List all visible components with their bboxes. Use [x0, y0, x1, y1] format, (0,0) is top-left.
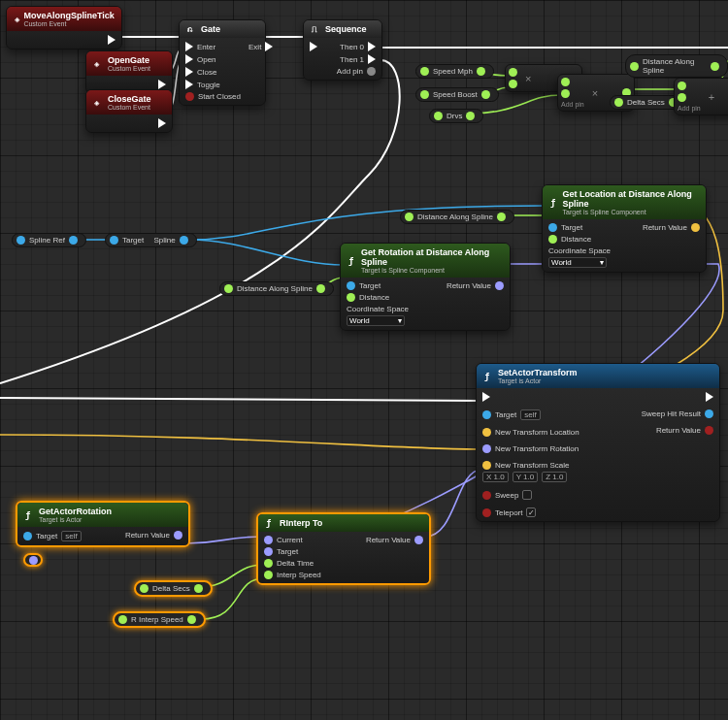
var-distance-along-spline-1[interactable]: Distance Along Spline — [400, 210, 514, 224]
scale-z[interactable]: Z 1.0 — [542, 472, 567, 482]
pin-a[interactable] — [678, 82, 686, 90]
pin-a[interactable] — [509, 68, 517, 77]
var-distance-along-spline-top[interactable]: Distance Along Spline — [625, 54, 728, 78]
pin-b[interactable] — [561, 89, 570, 98]
reroute-node[interactable] — [23, 553, 43, 567]
pin[interactable] — [118, 615, 127, 624]
pin-location[interactable] — [482, 428, 491, 437]
pin[interactable] — [434, 112, 443, 120]
pin-sweep[interactable] — [482, 491, 491, 500]
pin-enter[interactable] — [185, 42, 193, 51]
pin-current[interactable] — [264, 536, 273, 544]
pin[interactable] — [630, 62, 639, 71]
pin[interactable] — [405, 213, 414, 221]
var-spline-ref[interactable]: Spline Ref — [12, 233, 86, 247]
pin[interactable] — [140, 584, 149, 593]
pin-return[interactable] — [414, 536, 423, 544]
pin-return[interactable] — [691, 223, 700, 232]
pin-return[interactable] — [174, 531, 182, 540]
pin-return[interactable] — [705, 426, 713, 435]
pin-return[interactable] — [495, 281, 504, 290]
var-drvs[interactable]: Drvs — [429, 109, 483, 123]
pin-close[interactable] — [185, 67, 193, 77]
exec-out-pin[interactable] — [706, 392, 713, 402]
var-rinterp-speed[interactable]: R Interp Speed — [113, 611, 206, 628]
pin-distance[interactable] — [347, 293, 355, 302]
pin-out[interactable] — [316, 284, 325, 293]
exec-in-pin[interactable] — [310, 42, 317, 51]
pin-toggle[interactable] — [185, 80, 193, 89]
var-speed-mph[interactable]: Speed Mph — [415, 64, 494, 79]
addpin[interactable]: Add pin — [678, 105, 701, 112]
pin-teleport[interactable] — [482, 508, 491, 517]
pin-spline[interactable] — [180, 236, 188, 245]
pin-target[interactable] — [23, 532, 32, 540]
pin-rotation[interactable] — [482, 444, 491, 453]
pin-delta[interactable] — [264, 559, 273, 568]
scale-x[interactable]: X 1.0 — [482, 472, 509, 482]
pin-out[interactable] — [69, 236, 78, 245]
node-set-actor-transform[interactable]: ƒ SetActorTransform Target is Actor Targ… — [476, 363, 720, 522]
pin-out[interactable] — [481, 90, 490, 99]
node-get-actor-rotation[interactable]: ƒ GetActorRotation Target is Actor Targe… — [16, 501, 190, 547]
node-move-along-spline-tick[interactable]: ◈ MoveAlongSplineTick Custom Event — [6, 6, 122, 49]
node-add[interactable]: Add pin + — [674, 78, 728, 115]
pin-b[interactable] — [509, 80, 517, 88]
pin[interactable] — [614, 98, 623, 107]
pin-then1[interactable] — [368, 54, 376, 64]
function-icon: ƒ — [484, 372, 494, 381]
node-sequence[interactable]: ⎍ Sequence Then 0 Then 1 Add pin — [303, 19, 382, 81]
node-open-gate[interactable]: ◈ OpenGate Custom Event — [85, 50, 173, 94]
pin[interactable] — [420, 90, 429, 99]
checkbox-sweep[interactable] — [522, 490, 532, 500]
pin-out[interactable] — [194, 584, 203, 593]
pin-start-closed[interactable] — [185, 92, 194, 101]
pin-add[interactable] — [367, 67, 376, 76]
pin-target[interactable] — [347, 281, 355, 290]
pin[interactable] — [420, 67, 429, 76]
pin-target[interactable] — [110, 236, 118, 245]
pin[interactable] — [29, 556, 38, 565]
dropdown-coord-space[interactable]: World▾ — [347, 315, 405, 326]
node-get-rotation-at-distance[interactable]: ƒ Get Rotation at Distance Along Spline … — [340, 243, 511, 331]
pin-target[interactable] — [264, 547, 273, 556]
pin-out[interactable] — [497, 213, 506, 221]
addpin[interactable]: Add pin — [561, 101, 584, 108]
pin[interactable] — [224, 284, 233, 293]
pin-a[interactable] — [561, 78, 570, 86]
pin-open[interactable] — [185, 54, 193, 64]
node-rinterp-to[interactable]: ƒ RInterp To Current Target Delta Time I… — [256, 512, 431, 585]
pin-out[interactable] — [477, 67, 485, 76]
node-get-location-at-distance[interactable]: ƒ Get Location at Distance Along Spline … — [542, 184, 707, 273]
var-distance-along-spline-2[interactable]: Distance Along Spline — [219, 281, 334, 296]
node-subtitle: Target is Spline Component — [563, 209, 698, 215]
node-close-gate[interactable]: ◈ CloseGate Custom Event — [85, 89, 173, 133]
dropdown-coord-space[interactable]: World▾ — [548, 257, 607, 268]
pin-out[interactable] — [711, 62, 719, 71]
node-target-spline[interactable]: Target Spline — [105, 233, 197, 247]
exec-in-pin[interactable] — [482, 392, 490, 402]
pin[interactable] — [17, 236, 25, 245]
checkbox-teleport[interactable]: ✓ — [526, 507, 536, 517]
pin-exit[interactable] — [265, 42, 273, 51]
pin-target[interactable] — [548, 223, 557, 232]
node-title: RInterp To — [280, 518, 322, 528]
node-header: ◈ OpenGate Custom Event — [86, 51, 172, 76]
exec-out-pin[interactable] — [158, 118, 166, 128]
pin-scale[interactable] — [482, 461, 491, 470]
node-gate[interactable]: ⎌ Gate Enter Open Close Toggle Start Clo… — [179, 19, 266, 106]
label-addpin[interactable]: Add pin — [337, 67, 363, 76]
pin-out[interactable] — [466, 112, 475, 120]
pin-distance[interactable] — [548, 235, 557, 244]
pin-speed[interactable] — [264, 571, 273, 579]
scale-y[interactable]: Y 1.0 — [513, 472, 539, 482]
exec-out-pin[interactable] — [158, 80, 166, 89]
var-delta-secs[interactable]: Delta Secs — [134, 580, 213, 597]
pin-b[interactable] — [678, 93, 686, 102]
pin-out[interactable] — [187, 615, 196, 624]
pin-then0[interactable] — [368, 42, 376, 51]
pin-target[interactable] — [482, 410, 491, 419]
exec-out-pin[interactable] — [108, 35, 116, 45]
var-speed-boost[interactable]: Speed Boost — [415, 87, 499, 102]
pin-hit[interactable] — [705, 409, 713, 418]
